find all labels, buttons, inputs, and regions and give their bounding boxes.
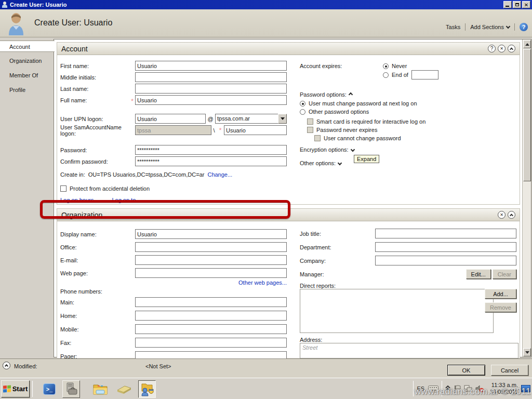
change-link[interactable]: Change... [207,171,232,178]
taskbar-clock[interactable]: 11:33 a.m. 16/09/2011 [490,382,518,395]
last-name-label: Last name: [60,86,135,92]
address-street-field[interactable] [300,343,518,358]
upn-domain-value: tpssa.com.ar [215,114,278,124]
expires-end-date-field[interactable] [411,70,438,79]
collapse-chevron-icon[interactable] [349,92,353,97]
powershell-icon[interactable]: >_ [41,381,58,397]
company-field[interactable] [375,256,516,265]
expires-never-radio[interactable] [383,63,389,69]
email-field[interactable] [135,255,287,265]
vertical-scrollbar[interactable] [522,39,531,357]
server-manager-icon[interactable] [62,380,80,398]
middle-initials-field[interactable] [135,72,287,82]
help-icon[interactable]: ? [520,23,528,31]
show-desktop-button[interactable] [521,385,530,392]
language-indicator[interactable]: ES [415,385,427,392]
full-name-field[interactable] [135,95,287,105]
tasks-menu[interactable]: Tasks [446,24,460,30]
address-label: Address: [300,337,322,343]
phone-main-field[interactable] [135,297,287,307]
scroll-down-button[interactable] [523,348,531,356]
other-options-label: Other options: [300,160,336,166]
log-on-to-link[interactable]: Log on to... [112,197,140,203]
action-center-flag-icon[interactable] [454,385,461,393]
upn-logon-label: User UPN logon: [60,116,135,122]
sidebar-item-member-of[interactable]: Member Of [0,70,54,81]
expires-end-of-radio[interactable] [383,72,389,78]
manager-edit-button[interactable]: Edit... [466,269,491,279]
modified-value: <Not Set> [145,363,171,369]
cannot-change-password-label: User cannot change password [324,135,401,141]
phone-home-field[interactable] [135,311,287,321]
job-title-label: Job title: [300,231,375,237]
close-button[interactable]: ✕ [522,1,530,8]
must-change-password-label: User must change password at next log on [309,100,417,107]
confirm-password-label: Confirm password: [60,158,135,165]
expires-end-of-label: End of [392,72,408,78]
network-icon[interactable] [464,385,472,392]
show-hidden-icons-chevron[interactable] [445,385,450,392]
minimize-button[interactable] [503,1,512,8]
required-asterisk: * [131,97,134,105]
start-button[interactable]: Start [1,380,30,397]
log-on-hours-link[interactable]: Log on hours... [60,197,98,203]
account-section-title: Account [61,45,88,53]
volume-muted-icon[interactable] [475,385,484,393]
other-web-pages-link[interactable]: Other web pages... [238,280,287,286]
last-name-field[interactable] [135,84,287,94]
expand-details-icon[interactable] [3,362,10,369]
phone-mobile-field[interactable] [135,324,287,334]
password-field[interactable] [135,145,287,155]
smart-card-label: Smart card is required for interactive l… [316,118,425,125]
protect-deletion-checkbox[interactable] [60,185,66,192]
scrollbar-thumb[interactable] [523,49,531,181]
account-right-column: Account expires: Never End of Password o… [300,43,516,204]
manager-clear-button: Clear [493,269,516,279]
department-field[interactable] [375,242,516,252]
organization-section-header: Organization ✕ [57,209,520,221]
account-expires-label: Account expires: [300,63,383,69]
phone-fax-field[interactable] [135,338,287,348]
display-name-field[interactable] [135,229,287,239]
job-title-field[interactable] [375,229,516,238]
cancel-button[interactable]: Cancel [491,365,528,376]
dialog-body: Account Organization Member Of Profile A… [0,37,532,358]
upn-domain-dropdown[interactable]: tpssa.com.ar [215,114,287,124]
organization-section: Organization ✕ Display name: Office: E-m… [57,208,520,358]
at-separator: @ [206,116,215,122]
keyboard-icon[interactable] [428,385,438,392]
account-left-column: First name: Middle initials: Last name: … [60,60,287,204]
upn-logon-field[interactable] [135,114,206,124]
sidebar-item-profile[interactable]: Profile [0,84,54,96]
sidebar-item-organization[interactable]: Organization [0,55,54,66]
explorer-folder-icon[interactable] [91,381,109,397]
encryption-options-label: Encryption options: [300,147,349,153]
clock-time: 11:33 a.m. [490,382,518,389]
expand-chevron-icon[interactable] [338,161,342,165]
ok-button[interactable]: OK [447,365,485,376]
first-name-field[interactable] [135,61,287,71]
page-title: Create User: Usuario [34,18,112,28]
ad-admin-center-icon[interactable] [138,380,156,398]
other-password-options-radio[interactable] [300,109,305,115]
sam-name-field[interactable] [224,125,287,135]
direct-reports-add-button[interactable]: Add... [485,289,516,299]
scroll-up-button[interactable] [523,40,531,48]
sidebar-item-account[interactable]: Account [0,41,55,52]
dropdown-arrow-icon[interactable] [278,114,287,124]
account-section: Account ? ✕ First name: Middle initials: [57,42,520,205]
section-close-icon[interactable]: ✕ [498,211,506,219]
organization-section-title: Organization [61,211,102,219]
confirm-password-field[interactable] [135,156,287,166]
mail-stack-icon[interactable] [115,381,133,397]
web-page-label: Web page: [60,270,135,276]
direct-reports-list[interactable] [300,289,494,333]
office-field[interactable] [135,242,287,252]
expand-chevron-icon[interactable] [350,148,354,152]
web-page-field[interactable] [135,268,287,278]
add-sections-menu[interactable]: Add Sections [470,24,510,30]
must-change-password-radio[interactable] [300,101,305,107]
dialog-footer: Modified: <Not Set> OK Cancel [0,358,532,378]
restore-button[interactable] [513,1,521,8]
section-collapse-icon[interactable] [508,211,515,219]
